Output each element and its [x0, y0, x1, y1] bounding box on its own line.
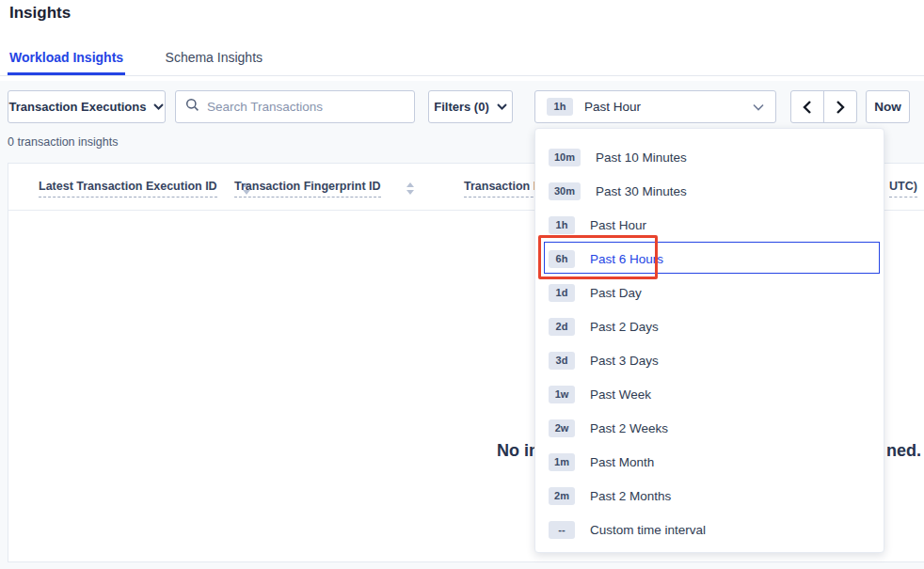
time-option-1h[interactable]: 1h Past Hour	[535, 208, 884, 242]
time-option-badge: 1m	[549, 453, 575, 471]
column-header-transaction-fingerprint-id: Transaction Fingerprint ID	[234, 180, 414, 198]
time-option-badge: 10m	[549, 149, 581, 166]
time-range-badge: 1h	[547, 98, 573, 116]
time-option-badge: 1d	[549, 284, 575, 302]
time-option-badge: 1w	[549, 386, 575, 403]
time-option-badge: 3d	[549, 352, 575, 370]
time-option-2w[interactable]: 2w Past 2 Weeks	[535, 411, 884, 445]
column-header-label[interactable]: UTC)	[889, 180, 917, 198]
now-button[interactable]: Now	[866, 90, 910, 123]
time-option-label: Past 30 Minutes	[596, 184, 687, 198]
time-option-label: Past Hour	[590, 218, 646, 232]
time-option-label: Past 10 Minutes	[596, 150, 687, 165]
time-range-dropdown-trigger[interactable]: 1h Past Hour	[534, 90, 776, 123]
time-option-badge: 6h	[549, 250, 575, 268]
previous-time-range-button[interactable]	[791, 91, 823, 122]
filters-button[interactable]: Filters (0)	[428, 90, 513, 123]
column-header-label[interactable]: Transaction Fingerprint ID	[234, 180, 381, 198]
time-option-label: Past 2 Days	[590, 320, 659, 334]
column-header-utc-: UTC)	[889, 180, 917, 198]
time-option-badge: 2m	[549, 487, 575, 505]
time-option-3d[interactable]: 3d Past 3 Days	[535, 343, 884, 377]
sort-carets-icon[interactable]	[406, 182, 414, 195]
time-option-badge: 30m	[549, 182, 581, 200]
time-option-10m[interactable]: 10m Past 10 Minutes	[535, 140, 884, 174]
tab-schema-insights[interactable]: Schema Insights	[164, 41, 265, 75]
time-option-badge: 2d	[549, 318, 575, 336]
next-time-range-button[interactable]	[823, 91, 856, 122]
time-option-badge: 1h	[549, 216, 575, 234]
search-input[interactable]	[207, 100, 405, 114]
page-title: Insights	[9, 4, 71, 23]
chevron-left-icon	[803, 101, 812, 114]
column-header-latest-transaction-execution-id: Latest Transaction Execution ID	[39, 180, 250, 198]
time-range-label: Past Hour	[584, 100, 641, 114]
chevron-down-icon	[497, 103, 507, 110]
time-option-1m[interactable]: 1m Past Month	[535, 445, 884, 479]
time-option---[interactable]: -- Custom time interval	[535, 513, 884, 546]
empty-state-text-left: No in	[497, 441, 539, 461]
time-option-label: Custom time interval	[590, 523, 706, 537]
time-option-label: Past 6 Hours	[590, 252, 663, 266]
column-header-label[interactable]: Latest Transaction Execution ID	[39, 180, 217, 198]
time-option-badge: --	[549, 521, 575, 539]
search-icon	[185, 98, 199, 116]
time-option-2d[interactable]: 2d Past 2 Days	[535, 309, 884, 343]
time-option-label: Past 2 Weeks	[590, 421, 668, 435]
time-option-label: Past 3 Days	[590, 354, 659, 368]
empty-state-text-right: ned.	[886, 441, 921, 461]
chevron-right-icon	[836, 101, 845, 114]
now-label: Now	[874, 100, 901, 114]
time-option-2m[interactable]: 2m Past 2 Months	[535, 479, 884, 513]
time-option-label: Past Month	[590, 455, 654, 469]
time-range-dropdown-menu: 10m Past 10 Minutes 30m Past 30 Minutes …	[534, 128, 884, 553]
tab-bar: Workload Insights Schema Insights	[0, 41, 924, 76]
time-option-badge: 2w	[549, 419, 575, 437]
tab-workload-insights[interactable]: Workload Insights	[8, 41, 125, 75]
execution-type-label: Transaction Executions	[9, 100, 147, 114]
results-count: 0 transaction insights	[8, 135, 118, 149]
search-box[interactable]	[175, 90, 415, 123]
time-option-label: Past Day	[590, 286, 642, 300]
time-option-label: Past Week	[590, 387, 651, 402]
time-range-step-buttons	[790, 90, 857, 123]
time-option-30m[interactable]: 30m Past 30 Minutes	[535, 174, 884, 208]
execution-type-dropdown-button[interactable]: Transaction Executions	[8, 90, 166, 123]
filters-label: Filters (0)	[434, 100, 489, 114]
time-option-1w[interactable]: 1w Past Week	[535, 377, 884, 411]
time-option-label: Past 2 Months	[590, 489, 671, 503]
chevron-down-icon	[753, 103, 764, 111]
time-option-6h[interactable]: 6h Past 6 Hours	[535, 242, 884, 276]
time-option-1d[interactable]: 1d Past Day	[535, 276, 884, 309]
chevron-down-icon	[153, 103, 164, 110]
